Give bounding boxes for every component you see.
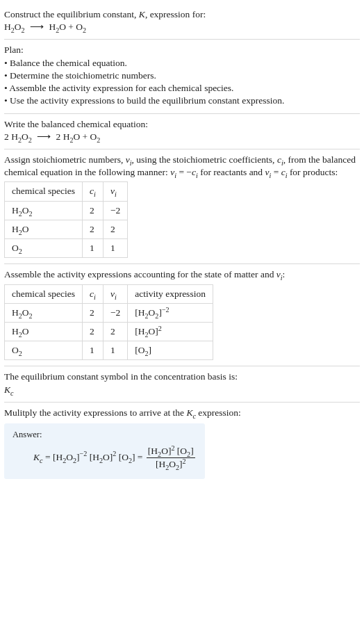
nu-symbol: νi bbox=[276, 269, 283, 279]
cell-nui: 2 bbox=[103, 220, 127, 238]
cell-activity: [O2] bbox=[128, 341, 213, 360]
col-species: chemical species bbox=[5, 182, 83, 201]
numerator: [H2O]2 [O2] bbox=[147, 445, 195, 457]
eq: = bbox=[135, 452, 144, 462]
answer-label: Answer: bbox=[13, 429, 197, 441]
exp: 2 bbox=[171, 444, 174, 451]
arrow-icon: ⟶ bbox=[27, 21, 47, 33]
cell-ci: 2 bbox=[83, 322, 104, 341]
plan-section: Plan: • Balance the chemical equation. •… bbox=[4, 40, 360, 113]
rel1r: ci bbox=[192, 167, 198, 177]
multiply-text: Mulitply the activity expressions to arr… bbox=[4, 407, 360, 419]
intro-section: Construct the equilibrium constant, K, e… bbox=[4, 4, 360, 39]
answer-equation: Kc = [H2O2]−2 [H2O]2 [O2] = [H2O]2 [O2] … bbox=[13, 445, 197, 471]
arrow-icon: ⟶ bbox=[34, 131, 53, 143]
col-nui: νi bbox=[103, 182, 127, 201]
plan-item: • Balance the chemical equation. bbox=[4, 57, 360, 70]
balanced-equation: 2 H2O2 ⟶ 2 H2O + O2 bbox=[4, 131, 360, 143]
sub: c bbox=[10, 389, 14, 396]
plan-heading: Plan: bbox=[4, 44, 360, 56]
denominator: [H2O2]2 bbox=[147, 457, 195, 471]
col-activity: activity expression bbox=[128, 284, 213, 303]
cell-nui: 1 bbox=[103, 239, 127, 258]
plan-item: • Determine the stoichiometric numbers. bbox=[4, 70, 360, 82]
stoich-frag: , using the stoichiometric coefficients, bbox=[132, 154, 277, 165]
table-row: H2O2 2 −2 [H2O2]−2 bbox=[5, 303, 213, 322]
table-row: O2 1 1 bbox=[5, 239, 128, 258]
cell-species: H2O bbox=[5, 322, 83, 341]
cell-ci: 2 bbox=[83, 220, 104, 238]
exp: −2 bbox=[162, 305, 169, 313]
cell-nui: 2 bbox=[103, 322, 127, 341]
cell-activity: [H2O]2 bbox=[128, 322, 213, 341]
activity-frag: Assemble the activity expressions accoun… bbox=[4, 269, 276, 279]
rel2r: ci bbox=[281, 167, 288, 177]
intro-line: Construct the equilibrium constant, K, e… bbox=[4, 8, 360, 21]
col-ci: ci bbox=[83, 182, 104, 201]
intro-equation: H2O2 ⟶ H2O + O2 bbox=[4, 21, 360, 33]
table-row: O2 1 1 [O2] bbox=[5, 341, 213, 360]
cell-ci: 2 bbox=[83, 303, 104, 322]
k: K bbox=[33, 452, 40, 462]
exp: −2 bbox=[80, 450, 88, 457]
activity-heading: Assemble the activity expressions accoun… bbox=[4, 268, 360, 281]
k: K bbox=[4, 384, 10, 395]
cell-species: O2 bbox=[5, 239, 83, 258]
cell-ci: 1 bbox=[83, 239, 104, 258]
cell-ci: 2 bbox=[83, 201, 104, 220]
cell-nui: −2 bbox=[103, 303, 127, 322]
activity-section: Assemble the activity expressions accoun… bbox=[4, 264, 360, 366]
cell-species: H2O2 bbox=[5, 303, 83, 322]
multiply-frag: Mulitply the activity expressions to arr… bbox=[4, 407, 186, 418]
plan-item: • Assemble the activity expression for e… bbox=[4, 82, 360, 95]
multiply-section: Mulitply the activity expressions to arr… bbox=[4, 403, 360, 485]
cell-nui: −2 bbox=[103, 201, 127, 220]
symbol-heading: The equilibrium constant symbol in the c… bbox=[4, 371, 360, 383]
plan-item: • Use the activity expressions to build … bbox=[4, 95, 360, 107]
table-row: H2O 2 2 [H2O]2 bbox=[5, 322, 213, 341]
exp: 2 bbox=[113, 450, 116, 457]
exp: 2 bbox=[183, 457, 186, 465]
rel1: νi bbox=[170, 167, 176, 177]
table-header-row: chemical species ci νi bbox=[5, 182, 128, 201]
stoich-frag: = bbox=[271, 167, 281, 177]
table-header-row: chemical species ci νi activity expressi… bbox=[5, 284, 213, 303]
stoich-frag: = − bbox=[176, 167, 192, 177]
activity-frag: : bbox=[283, 269, 286, 279]
eq: = bbox=[43, 452, 53, 462]
answer-box: Answer: Kc = [H2O2]−2 [H2O]2 [O2] = [H2O… bbox=[4, 423, 205, 479]
multiply-frag: expression: bbox=[196, 407, 241, 418]
cell-species: H2O2 bbox=[5, 201, 83, 220]
cell-species: O2 bbox=[5, 341, 83, 360]
symbol-kc: Kc bbox=[4, 384, 360, 396]
stoich-frag: Assign stoichiometric numbers, bbox=[4, 154, 126, 165]
stoich-frag: for reactants and bbox=[198, 167, 265, 177]
exp: 2 bbox=[158, 324, 162, 332]
intro-post: , expression for: bbox=[145, 9, 206, 19]
cell-activity: [H2O2]−2 bbox=[128, 303, 213, 322]
table-row: H2O 2 2 bbox=[5, 220, 128, 238]
symbol-section: The equilibrium constant symbol in the c… bbox=[4, 366, 360, 401]
balanced-heading: Write the balanced chemical equation: bbox=[4, 118, 360, 131]
col-species: chemical species bbox=[5, 284, 83, 303]
stoich-section: Assign stoichiometric numbers, νi, using… bbox=[4, 149, 360, 263]
balanced-section: Write the balanced chemical equation: 2 … bbox=[4, 114, 360, 149]
fraction: [H2O]2 [O2] [H2O2]2 bbox=[145, 445, 197, 471]
c-symbol: ci bbox=[277, 154, 283, 165]
table-row: H2O2 2 −2 bbox=[5, 201, 128, 220]
intro-K: K bbox=[139, 9, 145, 19]
cell-ci: 1 bbox=[83, 341, 104, 360]
stoich-text: Assign stoichiometric numbers, νi, using… bbox=[4, 154, 360, 179]
col-ci: ci bbox=[83, 284, 104, 303]
col-nui: νi bbox=[103, 284, 127, 303]
activity-table: chemical species ci νi activity expressi… bbox=[4, 284, 213, 361]
stoich-frag: for products: bbox=[288, 167, 338, 177]
rel2: νi bbox=[265, 167, 272, 177]
stoich-table: chemical species ci νi H2O2 2 −2 H2O 2 2… bbox=[4, 181, 128, 258]
intro-pre: Construct the equilibrium constant, bbox=[4, 9, 139, 19]
nu-symbol: νi bbox=[126, 154, 132, 165]
cell-species: H2O bbox=[5, 220, 83, 238]
cell-nui: 1 bbox=[103, 341, 127, 360]
